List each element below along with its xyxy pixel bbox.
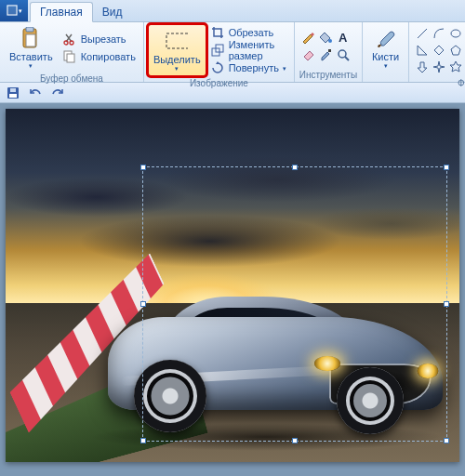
app-menu-button[interactable]: ▾ <box>0 0 28 21</box>
rotate-label: Повернуть <box>229 62 279 73</box>
resize-icon <box>210 43 225 58</box>
resize-button[interactable]: Изменить размер <box>206 42 290 59</box>
group-shapes: Фигуры <box>409 22 465 82</box>
svg-rect-0 <box>7 5 18 16</box>
chevron-down-icon: ▾ <box>175 65 179 72</box>
shape-line-icon[interactable] <box>415 26 430 41</box>
group-clipboard: Вставить ▾ Вырезать Копировать Буфер обм… <box>0 22 144 82</box>
ribbon-tabs: ▾ Главная Вид <box>0 0 465 22</box>
cut-label: Вырезать <box>81 33 126 45</box>
chevron-down-icon: ▾ <box>283 65 286 72</box>
svg-point-15 <box>339 50 346 58</box>
redo-icon[interactable] <box>50 86 65 100</box>
crop-icon <box>210 25 225 40</box>
copy-icon <box>62 49 77 64</box>
group-tools: A Инструменты <box>295 22 363 82</box>
chevron-down-icon: ▾ <box>29 62 33 69</box>
group-label-image: Изображение <box>144 78 294 90</box>
group-label-shapes: Фигуры <box>409 78 465 90</box>
picker-tool-icon[interactable] <box>318 47 333 62</box>
svg-rect-3 <box>26 27 33 32</box>
shapes-gallery[interactable] <box>413 24 465 76</box>
shape-arrowd-icon[interactable] <box>415 60 430 74</box>
group-label-tools: Инструменты <box>295 70 362 82</box>
tab-view[interactable]: Вид <box>93 3 132 21</box>
shape-curve-icon[interactable] <box>432 26 446 41</box>
zoom-tool-icon[interactable] <box>336 47 351 62</box>
select-button[interactable]: Выделить ▾ <box>148 24 206 76</box>
fill-tool-icon[interactable] <box>318 30 333 45</box>
selection-handle-s[interactable] <box>292 438 298 443</box>
copy-button[interactable]: Копировать <box>59 48 140 65</box>
brushes-button[interactable]: Кисти ▾ <box>366 24 405 72</box>
rotate-button[interactable]: Повернуть ▾ <box>206 60 290 76</box>
svg-text:A: A <box>339 31 348 44</box>
selection-handle-ne[interactable] <box>444 165 449 170</box>
svg-rect-14 <box>328 49 331 52</box>
eraser-tool-icon[interactable] <box>300 47 315 62</box>
ribbon: Вставить ▾ Вырезать Копировать Буфер обм… <box>0 22 465 83</box>
shape-oval-icon[interactable] <box>448 26 463 41</box>
shape-star5-icon[interactable] <box>448 60 463 74</box>
rotate-icon <box>210 60 225 75</box>
select-label: Выделить <box>153 54 201 65</box>
select-icon <box>166 30 188 52</box>
group-label-clipboard: Буфер обмена <box>0 73 143 86</box>
selection-handle-w[interactable] <box>140 301 146 307</box>
shape-pentagon-icon[interactable] <box>448 43 463 58</box>
svg-rect-9 <box>166 33 188 48</box>
cut-button[interactable]: Вырезать <box>59 31 140 47</box>
tab-main[interactable]: Главная <box>30 2 93 22</box>
group-image: Выделить ▾ Обрезать Изменить размер Пове… <box>144 22 295 82</box>
canvas[interactable] <box>6 109 459 462</box>
svg-rect-8 <box>67 54 74 62</box>
brush-icon <box>375 27 397 49</box>
group-label-brushes <box>363 73 408 86</box>
svg-rect-20 <box>9 94 17 98</box>
workspace <box>0 103 465 476</box>
shape-rtriangle-icon[interactable] <box>415 43 430 58</box>
selection-handle-nw[interactable] <box>140 165 146 170</box>
selection-handle-sw[interactable] <box>140 438 146 443</box>
selection-handle-e[interactable] <box>444 301 449 307</box>
svg-point-5 <box>64 41 68 45</box>
pencil-tool-icon[interactable] <box>300 30 315 45</box>
svg-point-16 <box>451 30 460 37</box>
svg-point-12 <box>328 39 332 43</box>
svg-point-6 <box>70 41 73 45</box>
copy-label: Копировать <box>81 51 136 62</box>
svg-rect-4 <box>26 34 35 46</box>
text-tool-icon[interactable]: A <box>336 30 351 45</box>
app-menu-icon <box>6 4 19 17</box>
paste-label: Вставить <box>9 51 53 62</box>
svg-rect-21 <box>10 88 16 92</box>
brushes-label: Кисти <box>372 51 399 62</box>
selection-handle-n[interactable] <box>292 165 298 170</box>
shape-star4-icon[interactable] <box>432 60 446 74</box>
paste-icon <box>20 27 42 49</box>
save-icon[interactable] <box>6 86 20 100</box>
selection-handle-se[interactable] <box>444 438 449 443</box>
resize-label: Изменить размер <box>229 39 286 61</box>
group-brushes: Кисти ▾ <box>363 22 409 82</box>
undo-icon[interactable] <box>28 86 43 100</box>
selection-rectangle[interactable] <box>142 166 447 442</box>
crop-label: Обрезать <box>229 27 274 38</box>
shape-diamond-icon[interactable] <box>432 43 446 58</box>
cut-icon <box>62 32 77 46</box>
paste-button[interactable]: Вставить ▾ <box>4 24 59 72</box>
chevron-down-icon: ▾ <box>384 62 388 69</box>
